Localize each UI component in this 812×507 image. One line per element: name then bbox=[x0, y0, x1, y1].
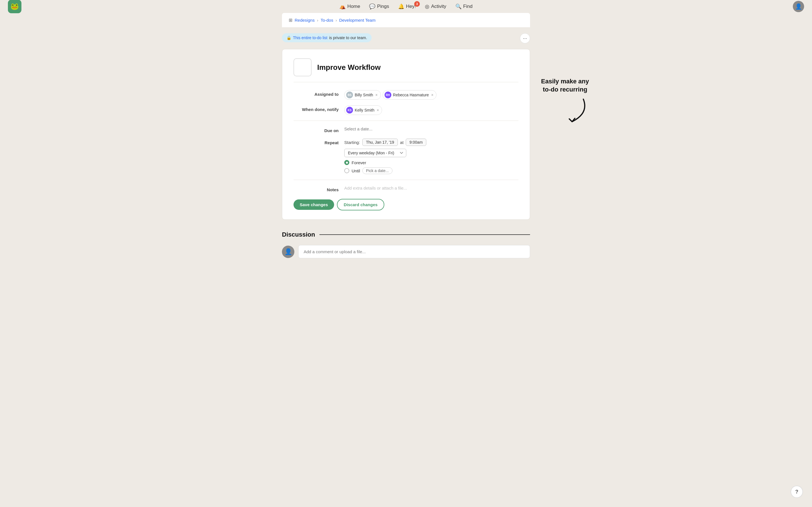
breadcrumb-sep-2: › bbox=[336, 18, 337, 22]
help-button[interactable]: ? bbox=[791, 486, 803, 498]
pick-date-button[interactable]: Pick a date... bbox=[362, 167, 393, 174]
hey-badge: 3 bbox=[414, 1, 420, 7]
notes-value: Add extra details or attach a file... bbox=[344, 186, 518, 190]
assigned-label: Assigned to bbox=[294, 90, 344, 97]
nav-find[interactable]: 🔍 Find bbox=[455, 3, 472, 10]
kelly-remove[interactable]: × bbox=[377, 108, 379, 112]
repeat-section: Starting: Thu, Jan 17, '19 at 9:00am Eve… bbox=[344, 138, 426, 174]
page-wrapper: ⊞ Redesigns › To-dos › Development Team … bbox=[276, 13, 536, 286]
due-value bbox=[344, 126, 518, 131]
repeat-freq-row: Every weekday (Mon - Fri) Every day Ever… bbox=[344, 149, 426, 157]
breadcrumb: ⊞ Redesigns › To-dos › Development Team bbox=[282, 13, 530, 27]
start-time-pill[interactable]: 9:00am bbox=[406, 138, 426, 146]
breadcrumb-icon: ⊞ bbox=[289, 17, 292, 23]
discussion-section: Discussion 👤 bbox=[282, 231, 530, 275]
notifier-kelly[interactable]: KS Kelly Smith × bbox=[344, 105, 382, 115]
save-changes-button[interactable]: Save changes bbox=[294, 200, 334, 210]
due-on-row: Due on bbox=[294, 126, 518, 133]
radio-options: Forever Until Pick a date... bbox=[344, 160, 426, 174]
nav-items: ⛺ Home 💬 Pings 🔔 Hey! 3 ◎ Activity 🔍 Fin… bbox=[340, 3, 472, 10]
comment-user-avatar: 👤 bbox=[282, 245, 294, 258]
notify-row: When done, notify KS Kelly Smith × bbox=[294, 105, 518, 115]
annotation-line1: Easily make any bbox=[541, 78, 589, 85]
find-icon: 🔍 bbox=[455, 3, 462, 10]
due-date-input[interactable] bbox=[344, 126, 398, 131]
radio-until-row[interactable]: Until Pick a date... bbox=[344, 167, 426, 174]
breadcrumb-sep-1: › bbox=[317, 18, 318, 22]
repeat-frequency-select[interactable]: Every weekday (Mon - Fri) Every day Ever… bbox=[344, 149, 406, 157]
repeat-row: Repeat Starting: Thu, Jan 17, '19 at 9:0… bbox=[294, 138, 518, 174]
radio-forever-row[interactable]: Forever bbox=[344, 160, 426, 165]
nav-hey[interactable]: 🔔 Hey! 3 bbox=[398, 3, 416, 10]
user-avatar[interactable]: 👤 bbox=[793, 1, 804, 12]
nav-home-label: Home bbox=[347, 4, 360, 9]
notes-label: Notes bbox=[294, 186, 344, 192]
pings-icon: 💬 bbox=[369, 3, 375, 10]
form-header: Improve Workflow bbox=[294, 58, 518, 82]
task-title: Improve Workflow bbox=[317, 63, 380, 72]
nav-pings-label: Pings bbox=[377, 4, 389, 9]
form-buttons: Save changes Discard changes bbox=[294, 199, 518, 210]
radio-forever-btn[interactable] bbox=[344, 160, 349, 165]
notes-row: Notes Add extra details or attach a file… bbox=[294, 186, 518, 192]
top-nav: 🐸 ⛺ Home 💬 Pings 🔔 Hey! 3 ◎ Activity 🔍 F… bbox=[0, 0, 812, 13]
billy-remove[interactable]: × bbox=[375, 93, 377, 97]
nav-home[interactable]: ⛺ Home bbox=[340, 3, 360, 10]
kelly-avatar: KS bbox=[346, 107, 353, 114]
assigned-to-row: Assigned to BS Billy Smith × RH Rebecca … bbox=[294, 90, 518, 100]
due-label: Due on bbox=[294, 126, 344, 133]
notify-label: When done, notify bbox=[294, 105, 344, 112]
more-options-button[interactable]: ··· bbox=[520, 33, 530, 43]
annotation-arrow bbox=[561, 96, 595, 130]
breadcrumb-team[interactable]: Development Team bbox=[339, 18, 375, 22]
billy-name: Billy Smith bbox=[355, 93, 373, 97]
assignee-rebecca[interactable]: RH Rebecca Hasmature × bbox=[383, 90, 437, 100]
forever-label: Forever bbox=[352, 160, 366, 165]
app-logo[interactable]: 🐸 bbox=[8, 0, 21, 13]
at-label: at bbox=[400, 140, 404, 145]
breadcrumb-todos[interactable]: To-dos bbox=[320, 18, 333, 22]
private-link[interactable]: This entire to-do list bbox=[293, 36, 327, 40]
billy-avatar: BS bbox=[346, 92, 353, 98]
annotation: Easily make any to-do recurring bbox=[536, 77, 595, 130]
until-label: Until bbox=[352, 168, 360, 173]
discussion-input-row: 👤 bbox=[282, 245, 530, 258]
radio-until-btn[interactable] bbox=[344, 168, 349, 173]
repeat-start-row: Starting: Thu, Jan 17, '19 at 9:00am bbox=[344, 138, 426, 146]
rebecca-remove[interactable]: × bbox=[431, 93, 434, 97]
discussion-line bbox=[319, 234, 530, 235]
private-notice-text: is private to our team. bbox=[329, 36, 367, 40]
annotation-line2: to-do recurring bbox=[543, 86, 587, 93]
top-bar-controls: 🔒 This entire to-do list is private to o… bbox=[282, 27, 530, 47]
home-icon: ⛺ bbox=[340, 3, 346, 10]
nav-activity[interactable]: ◎ Activity bbox=[425, 3, 446, 10]
nav-pings[interactable]: 💬 Pings bbox=[369, 3, 389, 10]
nav-activity-label: Activity bbox=[431, 4, 446, 9]
assigned-value: BS Billy Smith × RH Rebecca Hasmature × bbox=[344, 90, 518, 100]
repeat-label: Repeat bbox=[294, 138, 344, 145]
discard-changes-button[interactable]: Discard changes bbox=[337, 199, 384, 210]
activity-icon: ◎ bbox=[425, 3, 429, 10]
nav-find-label: Find bbox=[463, 4, 472, 9]
breadcrumb-redesigns[interactable]: Redesigns bbox=[295, 18, 315, 22]
comment-input[interactable] bbox=[298, 245, 530, 258]
rebecca-avatar: RH bbox=[385, 92, 391, 98]
hey-icon: 🔔 bbox=[398, 3, 404, 10]
discussion-header: Discussion bbox=[282, 231, 530, 238]
divider-2 bbox=[294, 180, 518, 180]
discussion-title: Discussion bbox=[282, 231, 315, 238]
assignee-billy[interactable]: BS Billy Smith × bbox=[344, 90, 381, 100]
private-notice: 🔒 This entire to-do list is private to o… bbox=[282, 33, 371, 42]
notes-placeholder[interactable]: Add extra details or attach a file... bbox=[344, 186, 407, 190]
kelly-name: Kelly Smith bbox=[355, 108, 374, 112]
task-icon-box[interactable] bbox=[294, 58, 312, 76]
form-card: Easily make any to-do recurring Improve … bbox=[282, 49, 530, 220]
notify-value: KS Kelly Smith × bbox=[344, 105, 518, 115]
repeat-value: Starting: Thu, Jan 17, '19 at 9:00am Eve… bbox=[344, 138, 518, 174]
starting-label: Starting: bbox=[344, 140, 360, 145]
annotation-text: Easily make any to-do recurring bbox=[536, 77, 595, 94]
lock-icon: 🔒 bbox=[287, 36, 291, 40]
start-date-pill[interactable]: Thu, Jan 17, '19 bbox=[362, 138, 398, 146]
rebecca-name: Rebecca Hasmature bbox=[393, 93, 429, 97]
